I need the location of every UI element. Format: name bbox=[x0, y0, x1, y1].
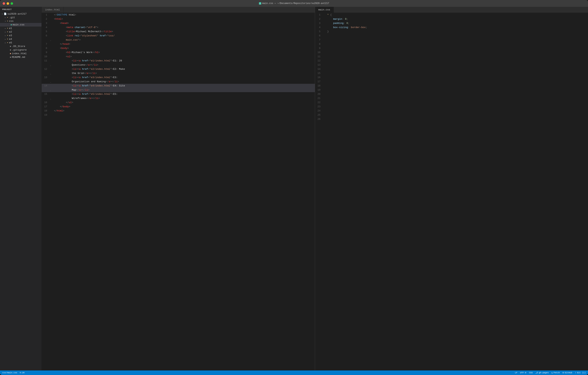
chevron-right-icon: ▸ bbox=[4, 42, 7, 44]
sidebar-item-label: index.html bbox=[12, 52, 27, 55]
line-ending-status[interactable]: LF bbox=[515, 372, 517, 374]
line-ending-label: LF bbox=[515, 372, 517, 374]
chevron-right-icon: ▸ bbox=[4, 34, 7, 37]
code-line: 2 margin: 0; bbox=[315, 17, 588, 21]
code-line: 15 bbox=[315, 71, 588, 76]
window-title: main.css — ~/Documents/Repositories/su20… bbox=[259, 2, 329, 5]
left-code-content: 1 <!DOCTYPE html> 2 <html> bbox=[42, 13, 315, 121]
css-file-icon: ■ bbox=[10, 24, 12, 26]
code-line: 5 <title>Michael McDermott</title> bbox=[42, 30, 315, 34]
code-line: 26 bbox=[315, 117, 588, 121]
code-line: • Organization and Naming</a></li> bbox=[42, 80, 315, 84]
code-line: 2 <html> bbox=[42, 17, 315, 21]
code-line: 1 <!DOCTYPE html> bbox=[42, 13, 315, 17]
editors-split: index.html 1 <!DOCTYPE html> bbox=[42, 7, 588, 370]
git-branch-icon: ⎇ bbox=[535, 371, 538, 374]
sidebar-item-e5[interactable]: ▸ ▪ e5 bbox=[0, 41, 42, 44]
sidebar-item-e2[interactable]: ▸ ▪ e2 bbox=[0, 30, 42, 34]
code-line: 17 bbox=[315, 80, 588, 84]
code-line: 16 </ul> bbox=[42, 100, 315, 105]
folder-icon: ▪ bbox=[7, 16, 8, 19]
chevron-down-icon: ▾ bbox=[1, 13, 4, 15]
code-line: 8 <body> bbox=[42, 46, 315, 50]
code-line: 14 <li><a href="e4/index.html">E4: Site bbox=[42, 84, 315, 88]
code-line: 9 <h1>Michael's Work</h1> bbox=[42, 50, 315, 55]
sidebar-item-gitignore[interactable]: ■ .gitignore bbox=[0, 48, 42, 52]
encoding-status[interactable]: UTF-8 bbox=[520, 372, 526, 374]
code-line: 10 bbox=[315, 50, 588, 55]
language-label: CSS bbox=[529, 372, 533, 374]
sidebar-title: Project bbox=[0, 7, 42, 12]
sidebar-item-readme[interactable]: ■ README.md bbox=[0, 55, 42, 59]
code-line: 5 } bbox=[315, 30, 588, 34]
code-line: 1 * { bbox=[315, 13, 588, 17]
language-status[interactable]: CSS bbox=[529, 372, 533, 374]
sidebar-item-label: .gitignore bbox=[12, 49, 27, 51]
file-icon: ■ bbox=[10, 49, 11, 51]
minimize-button[interactable] bbox=[7, 2, 9, 5]
file-path-label: css/main.css bbox=[2, 372, 17, 374]
sidebar-item-label: e4 bbox=[9, 38, 12, 41]
code-line: 19 bbox=[315, 88, 588, 92]
right-code-content: 1 * { 2 margin: 0; bbox=[315, 13, 588, 125]
tab-index-html[interactable]: index.html bbox=[42, 7, 63, 13]
sidebar-item-e4[interactable]: ▸ ▪ e4 bbox=[0, 37, 42, 41]
right-editor-pane: main.css 1 * { bbox=[315, 7, 588, 370]
sidebar-item-label: README.md bbox=[12, 56, 25, 59]
code-line: 3 <head> bbox=[42, 21, 315, 25]
code-line: 25 bbox=[315, 113, 588, 117]
sidebar-item-git[interactable]: ▸ ▪ .git bbox=[0, 16, 42, 19]
left-editor-pane: index.html 1 <!DOCTYPE html> bbox=[42, 7, 315, 370]
github-icon: ⊙ bbox=[562, 371, 564, 374]
sidebar-item-index-html[interactable]: ■ index.html bbox=[0, 52, 42, 55]
code-line: 20 bbox=[315, 92, 588, 96]
code-line: 18 bbox=[315, 84, 588, 88]
sidebar-item-ds-store[interactable]: ■ .DS_Store bbox=[0, 44, 42, 48]
code-line: 18 </html> bbox=[42, 109, 315, 113]
code-line: 11 <li><a href="e1/index.html">E1: 20 bbox=[42, 59, 315, 63]
sidebar-item-css-folder[interactable]: ▾ ▪ css bbox=[0, 19, 42, 23]
code-line: 13 <li><a href="e3/index.html">E3: bbox=[42, 76, 315, 80]
sidebar-item-label: e5 bbox=[9, 41, 12, 44]
code-line: 10 <ul> bbox=[42, 55, 315, 59]
tree-root[interactable]: ▾ 📄 su2020-avt217 bbox=[0, 12, 42, 16]
maximize-button[interactable] bbox=[10, 2, 13, 5]
code-line: 3 padding: 0; bbox=[315, 21, 588, 25]
sidebar-item-e1[interactable]: ▸ ▪ e1 bbox=[0, 27, 42, 30]
github-status[interactable]: ⊙ GitHub bbox=[562, 371, 572, 374]
code-line: 7 </head> bbox=[42, 42, 315, 46]
main-layout: Project ▾ 📄 su2020-avt217 ▸ ▪ .git ▾ ▪ c… bbox=[0, 7, 588, 370]
git-status[interactable]: ↕ Git (1) bbox=[575, 371, 586, 374]
folder-icon: ▪ bbox=[7, 27, 8, 30]
code-line: 9 bbox=[315, 46, 588, 50]
git-label: Git (1) bbox=[577, 372, 586, 374]
code-line: • Map</a></li> bbox=[42, 88, 315, 92]
right-tab-bar: main.css bbox=[315, 7, 588, 13]
sidebar-item-label: main.css bbox=[13, 23, 24, 26]
sidebar-item-label: e2 bbox=[9, 31, 12, 33]
chevron-right-icon: ▸ bbox=[4, 38, 7, 40]
tab-main-css[interactable]: main.css bbox=[315, 7, 334, 13]
sidebar-item-main-css[interactable]: ■ main.css bbox=[0, 23, 42, 27]
html-file-icon: ■ bbox=[10, 53, 11, 55]
fetch-status[interactable]: ↻ Fetch bbox=[551, 371, 560, 374]
left-editor-scroll[interactable]: 1 <!DOCTYPE html> 2 <html> bbox=[42, 13, 315, 370]
right-editor-scroll[interactable]: 1 * { 2 margin: 0; bbox=[315, 13, 588, 370]
cursor-position-status[interactable]: 4:26 bbox=[20, 372, 24, 374]
title-bar: main.css — ~/Documents/Repositories/su20… bbox=[0, 0, 588, 7]
chevron-down-icon: ▾ bbox=[4, 20, 7, 22]
branch-status[interactable]: ⎇ gh-pages bbox=[535, 371, 549, 374]
folder-icon: ▪ bbox=[7, 20, 8, 22]
code-line: 14 bbox=[315, 67, 588, 71]
file-path-status[interactable]: css/main.css bbox=[2, 372, 17, 374]
sidebar-item-label: .DS_Store bbox=[12, 45, 25, 48]
traffic-lights bbox=[3, 2, 13, 5]
sidebar-item-label: e1 bbox=[9, 27, 12, 30]
code-line: 6 <link rel="stylesheet" href="css/ bbox=[42, 34, 315, 38]
close-button[interactable] bbox=[3, 2, 5, 5]
code-line: 23 bbox=[315, 105, 588, 109]
fetch-label: Fetch bbox=[554, 372, 560, 374]
code-line: 24 bbox=[315, 109, 588, 113]
code-line: 15 <li><a href="e5/index.html">E5: bbox=[42, 92, 315, 96]
sidebar-item-e3[interactable]: ▸ ▪ e3 bbox=[0, 34, 42, 37]
